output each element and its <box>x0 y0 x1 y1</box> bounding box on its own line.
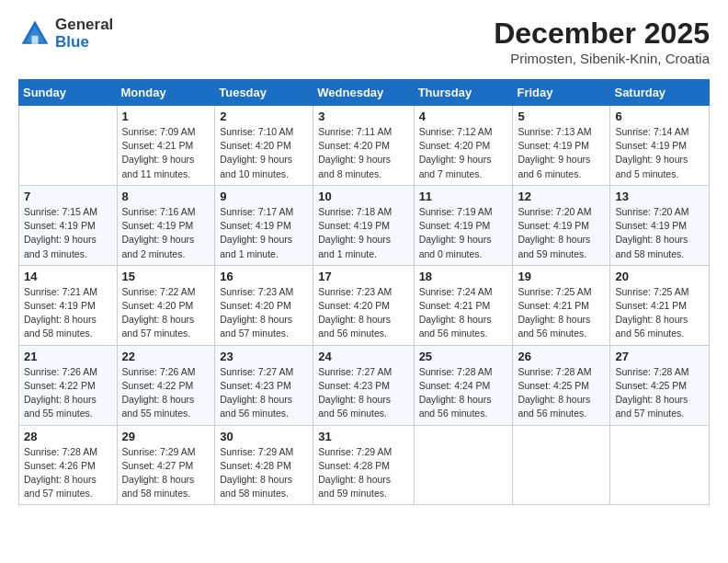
day-number: 6 <box>615 109 704 123</box>
day-number: 1 <box>122 109 210 123</box>
day-info: Sunrise: 7:28 AM Sunset: 4:25 PM Dayligh… <box>518 365 605 421</box>
day-info: Sunrise: 7:28 AM Sunset: 4:24 PM Dayligh… <box>419 365 508 421</box>
calendar-cell: 26Sunrise: 7:28 AM Sunset: 4:25 PM Dayli… <box>513 345 610 425</box>
day-number: 2 <box>220 109 308 123</box>
calendar-cell: 25Sunrise: 7:28 AM Sunset: 4:24 PM Dayli… <box>414 345 513 425</box>
logo-general-text: General <box>55 17 113 34</box>
day-number: 30 <box>220 430 308 443</box>
calendar-cell: 4Sunrise: 7:12 AM Sunset: 4:20 PM Daylig… <box>414 106 513 186</box>
logo: General Blue <box>18 17 113 51</box>
month-year: December 2025 <box>494 17 710 51</box>
col-friday: Friday <box>513 80 610 106</box>
day-info: Sunrise: 7:24 AM Sunset: 4:21 PM Dayligh… <box>419 285 508 341</box>
page: General Blue December 2025 Primosten, Si… <box>0 0 728 522</box>
day-info: Sunrise: 7:10 AM Sunset: 4:20 PM Dayligh… <box>220 125 308 181</box>
day-number: 10 <box>318 190 408 203</box>
calendar-cell: 6Sunrise: 7:14 AM Sunset: 4:19 PM Daylig… <box>610 106 710 186</box>
day-number: 23 <box>220 350 308 363</box>
location: Primosten, Sibenik-Knin, Croatia <box>494 51 710 66</box>
day-number: 17 <box>318 270 408 283</box>
day-number: 16 <box>220 270 308 283</box>
calendar-cell: 22Sunrise: 7:26 AM Sunset: 4:22 PM Dayli… <box>117 345 215 425</box>
day-number: 13 <box>615 190 704 203</box>
day-number: 15 <box>122 270 210 283</box>
calendar-cell: 1Sunrise: 7:09 AM Sunset: 4:21 PM Daylig… <box>117 106 215 186</box>
calendar-cell: 24Sunrise: 7:27 AM Sunset: 4:23 PM Dayli… <box>313 345 414 425</box>
day-info: Sunrise: 7:12 AM Sunset: 4:20 PM Dayligh… <box>419 125 508 181</box>
day-number: 11 <box>419 190 508 203</box>
col-saturday: Saturday <box>610 80 710 106</box>
logo-blue-text: Blue <box>55 34 113 52</box>
day-number: 4 <box>419 109 508 123</box>
day-info: Sunrise: 7:26 AM Sunset: 4:22 PM Dayligh… <box>24 365 112 421</box>
calendar-cell: 21Sunrise: 7:26 AM Sunset: 4:22 PM Dayli… <box>19 345 118 425</box>
svg-rect-2 <box>31 35 38 43</box>
day-number: 29 <box>122 430 210 443</box>
calendar-cell: 13Sunrise: 7:20 AM Sunset: 4:19 PM Dayli… <box>610 185 710 265</box>
calendar-cell: 8Sunrise: 7:16 AM Sunset: 4:19 PM Daylig… <box>117 185 215 265</box>
calendar-cell: 29Sunrise: 7:29 AM Sunset: 4:27 PM Dayli… <box>117 425 215 505</box>
day-info: Sunrise: 7:25 AM Sunset: 4:21 PM Dayligh… <box>518 285 605 341</box>
calendar-cell: 28Sunrise: 7:28 AM Sunset: 4:26 PM Dayli… <box>19 425 118 505</box>
day-info: Sunrise: 7:29 AM Sunset: 4:28 PM Dayligh… <box>318 445 408 501</box>
day-number: 22 <box>122 350 210 363</box>
day-info: Sunrise: 7:20 AM Sunset: 4:19 PM Dayligh… <box>518 205 605 261</box>
day-number: 24 <box>318 350 408 363</box>
day-info: Sunrise: 7:29 AM Sunset: 4:28 PM Dayligh… <box>220 445 308 501</box>
day-info: Sunrise: 7:14 AM Sunset: 4:19 PM Dayligh… <box>615 125 704 181</box>
day-info: Sunrise: 7:16 AM Sunset: 4:19 PM Dayligh… <box>122 205 210 261</box>
calendar-header-row: Sunday Monday Tuesday Wednesday Thursday… <box>19 80 710 106</box>
col-monday: Monday <box>117 80 215 106</box>
day-number: 26 <box>518 350 605 363</box>
calendar-cell: 2Sunrise: 7:10 AM Sunset: 4:20 PM Daylig… <box>215 106 313 186</box>
day-number: 12 <box>518 190 605 203</box>
col-wednesday: Wednesday <box>313 80 414 106</box>
calendar-cell <box>610 425 710 505</box>
calendar-cell: 7Sunrise: 7:15 AM Sunset: 4:19 PM Daylig… <box>19 185 118 265</box>
calendar-week-row: 14Sunrise: 7:21 AM Sunset: 4:19 PM Dayli… <box>19 265 710 345</box>
day-number: 7 <box>24 190 112 203</box>
calendar-table: Sunday Monday Tuesday Wednesday Thursday… <box>18 79 710 505</box>
day-number: 27 <box>615 350 704 363</box>
day-number: 5 <box>518 109 605 123</box>
calendar-week-row: 1Sunrise: 7:09 AM Sunset: 4:21 PM Daylig… <box>19 106 710 186</box>
day-number: 18 <box>419 270 508 283</box>
calendar-cell: 9Sunrise: 7:17 AM Sunset: 4:19 PM Daylig… <box>215 185 313 265</box>
calendar-cell <box>513 425 610 505</box>
calendar-cell: 5Sunrise: 7:13 AM Sunset: 4:19 PM Daylig… <box>513 106 610 186</box>
day-info: Sunrise: 7:13 AM Sunset: 4:19 PM Dayligh… <box>518 125 605 181</box>
calendar-week-row: 21Sunrise: 7:26 AM Sunset: 4:22 PM Dayli… <box>19 345 710 425</box>
calendar-cell <box>414 425 513 505</box>
calendar-cell: 18Sunrise: 7:24 AM Sunset: 4:21 PM Dayli… <box>414 265 513 345</box>
calendar-week-row: 28Sunrise: 7:28 AM Sunset: 4:26 PM Dayli… <box>19 425 710 505</box>
calendar-cell <box>19 106 118 186</box>
day-info: Sunrise: 7:21 AM Sunset: 4:19 PM Dayligh… <box>24 285 112 341</box>
day-info: Sunrise: 7:22 AM Sunset: 4:20 PM Dayligh… <box>122 285 210 341</box>
day-info: Sunrise: 7:23 AM Sunset: 4:20 PM Dayligh… <box>318 285 408 341</box>
day-info: Sunrise: 7:26 AM Sunset: 4:22 PM Dayligh… <box>122 365 210 421</box>
day-info: Sunrise: 7:27 AM Sunset: 4:23 PM Dayligh… <box>220 365 308 421</box>
calendar-cell: 20Sunrise: 7:25 AM Sunset: 4:21 PM Dayli… <box>610 265 710 345</box>
day-number: 21 <box>24 350 112 363</box>
logo-text: General Blue <box>55 17 113 51</box>
day-number: 8 <box>122 190 210 203</box>
day-number: 3 <box>318 109 408 123</box>
day-info: Sunrise: 7:25 AM Sunset: 4:21 PM Dayligh… <box>615 285 704 341</box>
day-info: Sunrise: 7:27 AM Sunset: 4:23 PM Dayligh… <box>318 365 408 421</box>
calendar-cell: 3Sunrise: 7:11 AM Sunset: 4:20 PM Daylig… <box>313 106 414 186</box>
calendar-cell: 23Sunrise: 7:27 AM Sunset: 4:23 PM Dayli… <box>215 345 313 425</box>
header: General Blue December 2025 Primosten, Si… <box>18 17 710 66</box>
calendar-cell: 14Sunrise: 7:21 AM Sunset: 4:19 PM Dayli… <box>19 265 118 345</box>
calendar-cell: 19Sunrise: 7:25 AM Sunset: 4:21 PM Dayli… <box>513 265 610 345</box>
day-info: Sunrise: 7:18 AM Sunset: 4:19 PM Dayligh… <box>318 205 408 261</box>
day-info: Sunrise: 7:19 AM Sunset: 4:19 PM Dayligh… <box>419 205 508 261</box>
day-number: 9 <box>220 190 308 203</box>
day-info: Sunrise: 7:11 AM Sunset: 4:20 PM Dayligh… <box>318 125 408 181</box>
day-number: 14 <box>24 270 112 283</box>
day-info: Sunrise: 7:20 AM Sunset: 4:19 PM Dayligh… <box>615 205 704 261</box>
calendar-cell: 27Sunrise: 7:28 AM Sunset: 4:25 PM Dayli… <box>610 345 710 425</box>
calendar-cell: 17Sunrise: 7:23 AM Sunset: 4:20 PM Dayli… <box>313 265 414 345</box>
col-sunday: Sunday <box>19 80 118 106</box>
day-info: Sunrise: 7:09 AM Sunset: 4:21 PM Dayligh… <box>122 125 210 181</box>
col-tuesday: Tuesday <box>215 80 313 106</box>
